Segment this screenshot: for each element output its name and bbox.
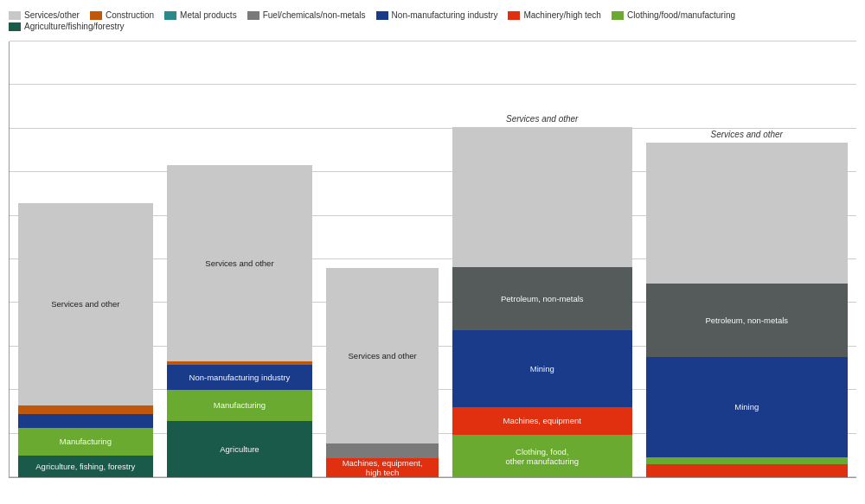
bar-segment: Petroleum, non-metals: [452, 267, 632, 330]
bar-top-label: Services and other: [711, 130, 783, 139]
bar-segment-label: Machines, equipment: [452, 415, 632, 426]
bar-stack: Agriculture, fishing, forestryManufactur…: [18, 203, 153, 477]
legend-swatch: [247, 11, 260, 20]
bar-stack: Machines, equipment, high techServices a…: [326, 268, 439, 477]
legend-label: Metal products: [180, 10, 237, 20]
legend-swatch: [508, 11, 520, 20]
bar-segment: Non-manufacturing industry: [167, 365, 313, 390]
bar-segment: Mining: [646, 357, 848, 457]
bar-segment: Manufacturing: [18, 428, 153, 456]
bar-segment-label: Services and other: [167, 258, 313, 269]
bar-segment: [167, 361, 313, 365]
legend-item: Machinery/high tech: [508, 10, 601, 20]
bar-segment: [18, 414, 153, 428]
legend-swatch: [9, 22, 21, 31]
bar-segment-label: Non-manufacturing industry: [167, 372, 313, 383]
bar-segment-label: Petroleum, non-metals: [452, 293, 632, 304]
bar-segment: Services and other: [167, 165, 313, 361]
bar-stack: AgricultureManufacturingNon-manufacturin…: [167, 165, 313, 477]
bar-segment: Services and other: [326, 268, 439, 443]
bar-group: Services and otherClothing, food, other …: [452, 114, 632, 477]
bar-segment-label: Clothing, food, other manufacturing: [452, 445, 632, 467]
bar-segment: Machines, equipment: [452, 407, 632, 435]
bar-segment: Clothing, food, other manufacturing: [452, 435, 632, 477]
bar-group: AgricultureManufacturingNon-manufacturin…: [167, 165, 313, 477]
bar-segment: Agriculture: [167, 421, 313, 477]
bar-group: Agriculture, fishing, forestryManufactur…: [18, 203, 153, 477]
legend-label: Machinery/high tech: [523, 10, 601, 20]
legend-swatch: [9, 11, 21, 20]
bar-segment-label: Agriculture, fishing, forestry: [18, 461, 153, 472]
bar-segment: Mining: [452, 330, 632, 407]
legend-swatch: [612, 11, 624, 20]
legend-swatch: [90, 11, 102, 20]
bar-segment-label: Mining: [646, 401, 848, 412]
bar-top-label: Services and other: [506, 114, 578, 124]
bar-group: Services and otherMiningPetroleum, non-m…: [646, 130, 848, 477]
legend-item: Fuel/chemicals/non-metals: [247, 10, 366, 20]
bar-segment: Manufacturing: [167, 390, 313, 421]
bar-segment-label: Services and other: [326, 350, 439, 361]
bar-segment: Agriculture, fishing, forestry: [18, 456, 153, 477]
legend-item: Agriculture/fishing/forestry: [9, 22, 125, 31]
bar-segment-label: Manufacturing: [167, 399, 313, 411]
bar-group: Machines, equipment, high techServices a…: [326, 268, 439, 477]
bar-segment-label: Petroleum, non-metals: [646, 315, 848, 326]
bar-segment-label: Mining: [452, 363, 632, 374]
bars-wrapper: Agriculture, fishing, forestryManufactur…: [18, 41, 848, 477]
legend-label: Agriculture/fishing/forestry: [24, 22, 125, 31]
legend-swatch: [376, 11, 388, 20]
bar-segment: Machines, equipment, high tech: [326, 458, 439, 477]
legend-label: Construction: [106, 10, 154, 20]
legend-item: Construction: [90, 10, 154, 20]
bar-segment-label: Agriculture: [167, 443, 313, 455]
bar-segment: [646, 457, 848, 464]
bar-segment-label: Machines, equipment, high tech: [326, 458, 439, 477]
bar-segment: [646, 464, 848, 477]
bar-segment-label: Services and other: [18, 298, 153, 309]
legend-label: Services/other: [24, 10, 80, 20]
legend-swatch: [164, 11, 176, 20]
bar-segment-label: Manufacturing: [18, 436, 153, 447]
chart-legend: Services/otherConstructionMetal products…: [9, 7, 856, 35]
legend-item: Services/other: [9, 10, 80, 20]
bar-segment: Services and other: [18, 203, 153, 405]
chart-area: Agriculture, fishing, forestryManufactur…: [9, 41, 856, 478]
bar-segment: Petroleum, non-metals: [646, 284, 848, 357]
legend-item: Non-manufacturing industry: [376, 10, 498, 20]
legend-label: Clothing/food/manufacturing: [627, 10, 735, 20]
bar-segment: [646, 143, 848, 284]
bar-stack: Clothing, food, other manufacturingMachi…: [452, 127, 632, 477]
chart-container: Services/otherConstructionMetal products…: [0, 0, 865, 504]
bar-segment: [18, 405, 153, 414]
legend-label: Fuel/chemicals/non-metals: [263, 10, 366, 20]
legend-label: Non-manufacturing industry: [392, 10, 498, 20]
bar-stack: MiningPetroleum, non-metals: [646, 143, 848, 477]
bar-segment: [452, 127, 632, 267]
legend-item: Clothing/food/manufacturing: [612, 10, 735, 20]
legend-item: Metal products: [164, 10, 237, 20]
bar-segment: [326, 443, 439, 458]
